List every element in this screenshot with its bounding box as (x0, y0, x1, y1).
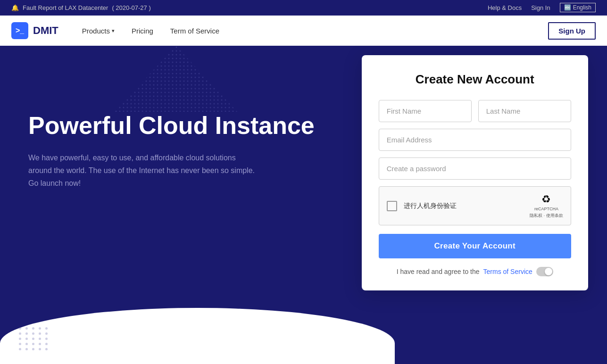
recaptcha-logo: ♻ reCAPTCHA 隐私权 · 使用条款 (530, 193, 563, 218)
announcement-left: 🔔 Fault Report of LAX Datacenter ( 2020-… (11, 4, 151, 11)
signup-form-card: Create New Account 进行人机身份验证 ♻ reCAPTC (362, 55, 588, 290)
mountain-decoration (115, 46, 237, 112)
logo-icon: >_ (11, 22, 28, 39)
hero-section: Powerful Cloud Instance We have powerful… (0, 46, 352, 364)
dots-decoration (19, 327, 49, 350)
language-selector[interactable]: 🔤 English (560, 3, 596, 12)
terms-row: I have read and agree to the Terms of Se… (379, 267, 571, 276)
pricing-nav-link[interactable]: Pricing (123, 16, 162, 46)
recaptcha-icon: ♻ (541, 193, 551, 206)
last-name-input[interactable] (478, 100, 571, 122)
pricing-label: Pricing (132, 27, 153, 35)
announcement-bar: 🔔 Fault Report of LAX Datacenter ( 2020-… (0, 0, 607, 16)
hero-title: Powerful Cloud Instance (28, 112, 333, 140)
nav-links: Products ▾ Pricing Term of Service (74, 16, 549, 46)
form-panel: Create New Account 进行人机身份验证 ♻ reCAPTC (352, 46, 607, 364)
toggle-knob (545, 268, 552, 275)
name-row (379, 100, 571, 122)
terms-of-service-link[interactable]: Terms of Service (483, 268, 532, 275)
recaptcha-sub: 隐私权 · 使用条款 (530, 213, 563, 219)
bell-icon: 🔔 (11, 4, 19, 11)
hero-description: We have powerful, easy to use, and affor… (28, 151, 255, 190)
email-group (379, 129, 571, 151)
form-title: Create New Account (379, 72, 571, 87)
announcement-right: Help & Docs Sign In 🔤 English (488, 3, 596, 12)
products-label: Products (82, 27, 110, 35)
main-content: Powerful Cloud Instance We have powerful… (0, 46, 607, 364)
chevron-down-icon: ▾ (112, 28, 115, 34)
announcement-date: ( 2020-07-27 ) (112, 4, 150, 11)
nav-right: Sign Up (548, 22, 596, 40)
logo-text: DMIT (33, 25, 58, 37)
lang-label: English (573, 4, 591, 11)
sign-in-link[interactable]: Sign In (531, 4, 550, 11)
logo-link[interactable]: >_ DMIT (11, 22, 58, 39)
navbar: >_ DMIT Products ▾ Pricing Term of Servi… (0, 16, 607, 46)
lang-icon: 🔤 (564, 4, 571, 11)
svg-marker-1 (115, 46, 237, 112)
tos-label: Term of Service (170, 27, 219, 35)
recaptcha-box[interactable]: 进行人机身份验证 ♻ reCAPTCHA 隐私权 · 使用条款 (379, 186, 571, 225)
password-group (379, 157, 571, 180)
terms-toggle[interactable] (536, 267, 553, 276)
help-docs-link[interactable]: Help & Docs (488, 4, 522, 11)
recaptcha-checkbox[interactable] (387, 201, 397, 211)
first-name-input[interactable] (379, 100, 472, 122)
recaptcha-brand: reCAPTCHA (534, 207, 558, 212)
signup-button[interactable]: Sign Up (548, 22, 596, 40)
password-input[interactable] (379, 157, 571, 180)
create-account-button[interactable]: Create Your Account (379, 234, 571, 258)
terms-pre-text: I have read and agree to the (397, 268, 480, 275)
email-input[interactable] (379, 129, 571, 151)
announcement-text: Fault Report of LAX Datacenter (23, 4, 108, 11)
products-nav-link[interactable]: Products ▾ (74, 16, 123, 46)
tos-nav-link[interactable]: Term of Service (162, 16, 228, 46)
recaptcha-label: 进行人机身份验证 (404, 202, 523, 210)
